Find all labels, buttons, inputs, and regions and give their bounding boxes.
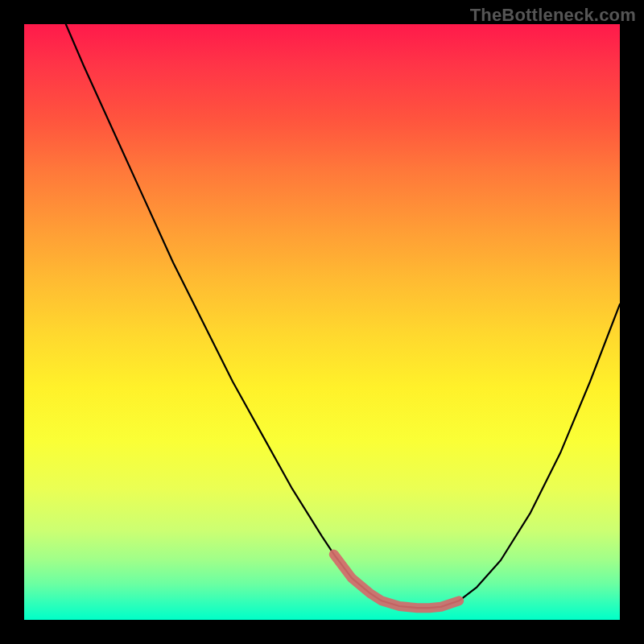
chart-frame: TheBottleneck.com — [0, 0, 644, 644]
plot-area — [24, 24, 620, 620]
chart-svg — [24, 24, 620, 620]
highlight-segment — [334, 555, 459, 609]
watermark-text: TheBottleneck.com — [470, 5, 636, 26]
curve-line — [66, 24, 620, 608]
